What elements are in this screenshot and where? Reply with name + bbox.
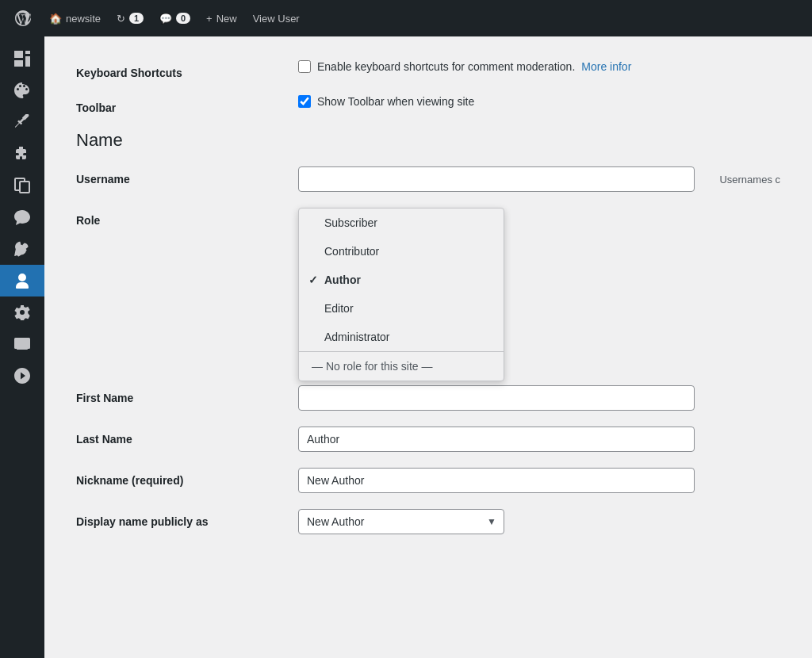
- sidebar-item-play[interactable]: [0, 360, 44, 392]
- keyboard-shortcuts-row: Keyboard Shortcuts Enable keyboard short…: [76, 60, 780, 79]
- site-name: newsite: [66, 13, 101, 25]
- site-name-item[interactable]: 🏠 newsite: [43, 10, 107, 28]
- nickname-control: [298, 468, 780, 493]
- keyboard-shortcuts-text: Enable keyboard shortcuts for comment mo…: [317, 60, 575, 73]
- role-option-administrator[interactable]: Administrator: [299, 323, 504, 351]
- sidebar-item-settings[interactable]: [0, 296, 44, 328]
- username-hint: Usernames c: [719, 174, 780, 186]
- role-option-subscriber[interactable]: Subscriber: [299, 208, 504, 237]
- role-option-no-role[interactable]: — No role for this site —: [299, 351, 504, 381]
- keyboard-shortcuts-control: Enable keyboard shortcuts for comment mo…: [298, 60, 780, 73]
- display-name-select[interactable]: New Author: [298, 509, 504, 534]
- updates-count: 1: [129, 13, 144, 24]
- comments-count: 0: [176, 13, 190, 24]
- new-label: New: [216, 13, 237, 25]
- sidebar-item-pages[interactable]: [0, 170, 44, 201]
- comments-item[interactable]: 💬 0: [153, 10, 197, 28]
- toolbar-text: Show Toolbar when viewing site: [317, 95, 474, 108]
- last-name-control: [298, 427, 780, 452]
- role-label: Role: [76, 208, 298, 227]
- nickname-row: Nickname (required): [76, 468, 780, 493]
- display-name-label: Display name publicly as: [76, 509, 298, 528]
- first-name-control: [298, 385, 780, 411]
- first-name-row: First Name: [76, 385, 780, 411]
- plus-icon: +: [206, 13, 213, 25]
- view-user-label: View User: [253, 13, 300, 25]
- display-name-wrap: New Author ▼: [298, 509, 504, 534]
- main-content: Keyboard Shortcuts Enable keyboard short…: [44, 36, 812, 658]
- toolbar-checkbox[interactable]: [298, 95, 311, 108]
- username-row: Username Usernames c: [76, 166, 780, 192]
- new-item[interactable]: + New: [200, 10, 243, 28]
- name-section-heading: Name: [76, 130, 780, 151]
- view-user-item[interactable]: View User: [247, 10, 306, 28]
- more-info-link[interactable]: More infor: [581, 60, 631, 73]
- sidebar-item-plugins[interactable]: [0, 138, 44, 170]
- sidebar-item-dashboard[interactable]: [0, 43, 44, 75]
- nickname-label: Nickname (required): [76, 468, 298, 487]
- home-icon: 🏠: [49, 13, 62, 25]
- first-name-label: First Name: [76, 385, 298, 404]
- sidebar-item-appearance[interactable]: [0, 75, 44, 106]
- sidebar-item-users[interactable]: [0, 265, 44, 296]
- nickname-input[interactable]: [298, 468, 695, 493]
- role-option-editor[interactable]: Editor: [299, 294, 504, 323]
- keyboard-shortcuts-label: Keyboard Shortcuts: [76, 60, 298, 79]
- comments-icon: 💬: [159, 13, 172, 25]
- username-control: Usernames c: [298, 166, 780, 192]
- wp-logo-icon[interactable]: [10, 5, 36, 32]
- sidebar-item-media[interactable]: [0, 328, 44, 360]
- toolbar-row: Toolbar Show Toolbar when viewing site: [76, 95, 780, 114]
- last-name-label: Last Name: [76, 427, 298, 446]
- role-option-contributor[interactable]: Contributor: [299, 237, 504, 266]
- last-name-row: Last Name: [76, 427, 780, 452]
- username-input[interactable]: [298, 166, 695, 192]
- role-dropdown[interactable]: Subscriber Contributor Author Editor Adm…: [298, 208, 504, 381]
- toolbar-control: Show Toolbar when viewing site: [298, 95, 780, 108]
- admin-bar: 🏠 newsite ↻ 1 💬 0 + New View User: [0, 0, 812, 36]
- sidebar-item-tools[interactable]: [0, 233, 44, 265]
- layout: Keyboard Shortcuts Enable keyboard short…: [0, 36, 812, 658]
- sidebar-item-comments[interactable]: [0, 201, 44, 233]
- updates-item[interactable]: ↻ 1: [110, 10, 150, 28]
- toolbar-label: Toolbar: [76, 95, 298, 114]
- role-row: Role Subscriber Contributor Author Edito…: [76, 208, 780, 227]
- keyboard-shortcuts-checkbox-row: Enable keyboard shortcuts for comment mo…: [298, 60, 780, 73]
- toolbar-checkbox-row: Show Toolbar when viewing site: [298, 95, 780, 108]
- display-name-control: New Author ▼: [298, 509, 780, 534]
- display-name-row: Display name publicly as New Author ▼: [76, 509, 780, 534]
- username-label: Username: [76, 166, 298, 186]
- sidebar-item-pins[interactable]: [0, 106, 44, 138]
- keyboard-shortcuts-checkbox[interactable]: [298, 60, 311, 73]
- first-name-input[interactable]: [298, 385, 695, 411]
- updates-icon: ↻: [117, 13, 125, 25]
- sidebar: [0, 36, 44, 658]
- role-option-author[interactable]: Author: [299, 266, 504, 294]
- last-name-input[interactable]: [298, 427, 695, 452]
